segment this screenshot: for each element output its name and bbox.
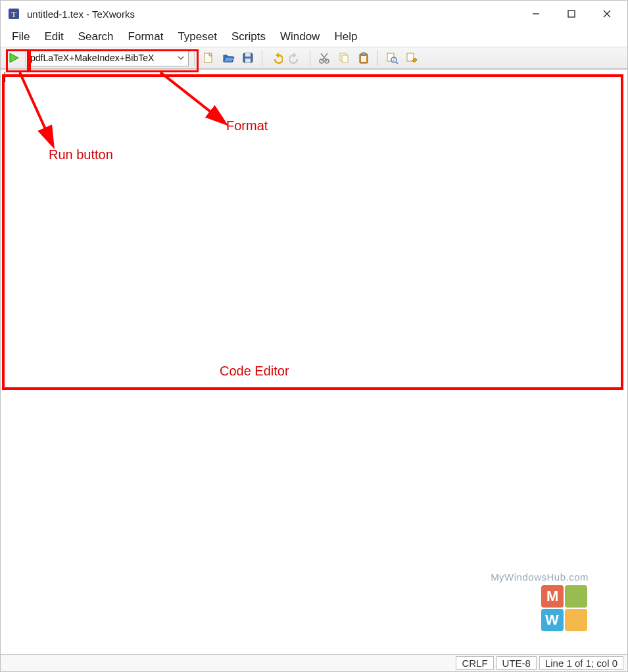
- app-window: T untitled-1.tex - TeXworks File Edit Se…: [0, 0, 628, 672]
- engine-select[interactable]: pdfLaTeX+MakeIndex+BibTeX: [26, 49, 189, 66]
- menu-edit[interactable]: Edit: [37, 28, 70, 45]
- undo-button[interactable]: [268, 49, 285, 66]
- status-position[interactable]: Line 1 of 1; col 0: [539, 656, 623, 670]
- menu-format[interactable]: Format: [121, 28, 171, 45]
- svg-rect-11: [245, 59, 251, 62]
- menu-bar: File Edit Search Format Typeset Scripts …: [1, 27, 627, 47]
- svg-marker-13: [293, 53, 297, 58]
- toolbar-separator: [194, 50, 195, 66]
- menu-typeset[interactable]: Typeset: [170, 28, 224, 45]
- chevron-down-icon: [178, 53, 184, 63]
- toolbar-separator: [377, 50, 378, 66]
- typeset-run-button[interactable]: [5, 49, 23, 67]
- svg-marker-6: [10, 53, 18, 62]
- open-file-button[interactable]: [220, 49, 237, 66]
- new-file-button[interactable]: [200, 49, 217, 66]
- minimize-button[interactable]: [518, 1, 554, 27]
- status-bar: CRLF UTE-8 Line 1 of 1; col 0: [1, 654, 627, 671]
- svg-line-25: [396, 62, 398, 64]
- svg-rect-3: [568, 11, 575, 17]
- status-encoding[interactable]: UTE-8: [496, 656, 537, 670]
- menu-scripts[interactable]: Scripts: [224, 28, 273, 45]
- svg-rect-22: [361, 56, 366, 62]
- title-bar: T untitled-1.tex - TeXworks: [1, 1, 627, 27]
- svg-marker-12: [276, 53, 279, 58]
- paste-button[interactable]: [355, 49, 372, 66]
- save-button[interactable]: [239, 49, 256, 66]
- svg-rect-10: [245, 53, 251, 57]
- app-icon: T: [6, 6, 22, 22]
- toolbar: pdfLaTeX+MakeIndex+BibTeX: [1, 47, 627, 69]
- toolbar-separator: [310, 50, 310, 66]
- cut-button[interactable]: [316, 49, 333, 66]
- text-cursor: [5, 72, 5, 82]
- menu-window[interactable]: Window: [273, 28, 327, 45]
- menu-file[interactable]: File: [5, 28, 37, 45]
- close-button[interactable]: [589, 1, 625, 27]
- find-button[interactable]: [383, 49, 400, 66]
- menu-help[interactable]: Help: [327, 28, 364, 45]
- svg-text:T: T: [11, 10, 16, 19]
- redo-button[interactable]: [287, 49, 304, 66]
- engine-select-value: pdfLaTeX+MakeIndex+BibTeX: [30, 53, 154, 63]
- maximize-button[interactable]: [554, 1, 589, 27]
- window-title: untitled-1.tex - TeXworks: [27, 9, 135, 20]
- code-editor[interactable]: [1, 69, 627, 654]
- svg-rect-21: [362, 53, 366, 55]
- svg-rect-19: [342, 55, 348, 62]
- menu-search[interactable]: Search: [71, 28, 121, 45]
- copy-button[interactable]: [335, 49, 352, 66]
- toolbar-separator: [262, 50, 262, 66]
- status-line-ending[interactable]: CRLF: [456, 656, 493, 670]
- replace-button[interactable]: [403, 49, 420, 66]
